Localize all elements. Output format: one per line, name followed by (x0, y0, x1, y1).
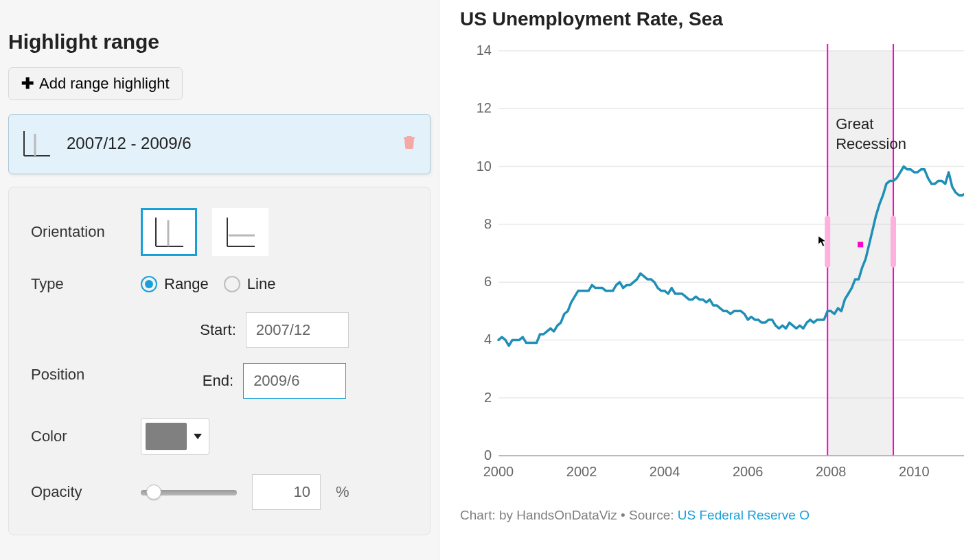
svg-text:2008: 2008 (816, 464, 847, 479)
orientation-label: Orientation (31, 223, 141, 241)
svg-text:2004: 2004 (650, 464, 680, 479)
end-label: End: (203, 372, 233, 390)
svg-text:4: 4 (484, 331, 492, 347)
svg-text:12: 12 (477, 100, 492, 115)
type-label: Type (31, 275, 141, 293)
svg-text:2010: 2010 (899, 464, 930, 479)
caret-down-icon (194, 434, 202, 439)
svg-text:8: 8 (484, 216, 492, 231)
sidebar: Highlight range ✚ Add range highlight 20… (0, 0, 439, 560)
type-line-label: Line (247, 275, 276, 293)
type-range-radio[interactable]: Range (141, 275, 209, 293)
cursor-icon (817, 235, 829, 247)
slider-thumb[interactable] (146, 485, 161, 500)
svg-text:2000: 2000 (483, 464, 514, 479)
svg-text:Recession: Recession (836, 135, 906, 152)
chart-plot-area: 02468101214200020022004200620082010Great… (460, 44, 964, 490)
type-line-radio[interactable]: Line (224, 275, 276, 293)
credit-prefix: Chart: by HandsOnDataViz • Source: (460, 508, 678, 522)
opacity-unit: % (336, 483, 349, 501)
opacity-slider[interactable] (141, 489, 237, 495)
orientation-horizontal-option[interactable] (212, 208, 268, 256)
plus-icon: ✚ (21, 75, 34, 93)
chart-svg[interactable]: 02468101214200020022004200620082010Great… (460, 44, 964, 490)
svg-text:6: 6 (484, 274, 492, 289)
svg-text:2006: 2006 (733, 464, 764, 479)
highlight-range-label: 2007/12 - 2009/6 (67, 134, 192, 153)
svg-rect-22 (858, 242, 863, 247)
svg-rect-17 (827, 51, 893, 456)
type-range-label: Range (164, 275, 209, 293)
svg-text:10: 10 (477, 159, 492, 174)
range-vertical-mini-icon (21, 128, 53, 159)
opacity-input[interactable] (252, 474, 321, 510)
color-swatch-icon (146, 423, 187, 450)
orientation-vertical-option[interactable] (141, 208, 197, 256)
start-input[interactable] (246, 312, 349, 348)
color-picker[interactable] (141, 418, 209, 455)
svg-text:0: 0 (484, 447, 492, 463)
chart-preview-panel: US Unemployment Rate, Sea 02468101214200… (439, 0, 964, 560)
svg-text:14: 14 (477, 44, 492, 58)
highlight-settings-panel: Orientation Type Range Line (8, 187, 431, 535)
svg-text:Great: Great (836, 115, 873, 132)
color-label: Color (31, 428, 141, 445)
start-label: Start: (200, 321, 236, 339)
credit-source-link[interactable]: US Federal Reserve O (678, 508, 810, 522)
chart-title: US Unemployment Rate, Sea (460, 8, 964, 30)
chart-credit: Chart: by HandsOnDataViz • Source: US Fe… (460, 508, 964, 523)
svg-text:2002: 2002 (566, 464, 597, 479)
add-range-highlight-button[interactable]: ✚ Add range highlight (8, 67, 183, 100)
position-label: Position (31, 312, 141, 384)
add-button-label: Add range highlight (39, 75, 170, 93)
highlight-range-item[interactable]: 2007/12 - 2009/6 (8, 114, 431, 174)
radio-checked-icon (141, 276, 157, 292)
opacity-label: Opacity (31, 483, 141, 501)
section-title: Highlight range (8, 30, 431, 54)
end-input[interactable] (243, 363, 346, 399)
delete-highlight-button[interactable] (401, 134, 417, 153)
svg-text:2: 2 (484, 390, 492, 405)
radio-unchecked-icon (224, 276, 240, 292)
